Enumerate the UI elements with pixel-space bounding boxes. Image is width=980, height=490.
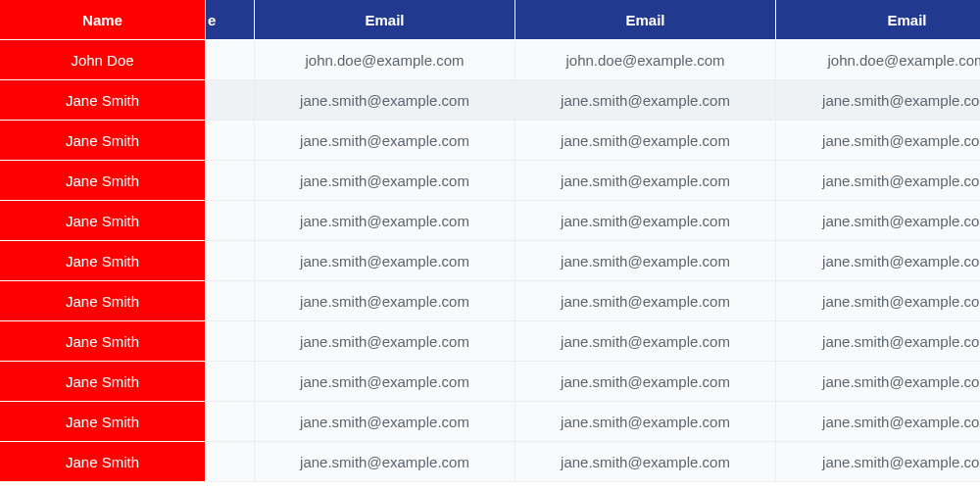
cell-email[interactable]: jane.smith@example.com (776, 121, 980, 161)
table-row[interactable]: Jane Smithjane.smith@example.comjane.smi… (0, 201, 980, 241)
cell-email[interactable]: john.doe@example.com (255, 40, 515, 80)
cell-email[interactable]: jane.smith@example.com (776, 362, 980, 402)
cell-hidden-sliver (206, 80, 255, 121)
cell-email[interactable]: jane.smith@example.com (776, 161, 980, 201)
cell-email[interactable]: jane.smith@example.com (515, 442, 776, 482)
cell-email[interactable]: jane.smith@example.com (515, 402, 776, 442)
cell-email[interactable]: jane.smith@example.com (515, 121, 776, 161)
table-row[interactable]: Jane Smithjane.smith@example.comjane.smi… (0, 80, 980, 121)
cell-email[interactable]: jane.smith@example.com (255, 362, 515, 402)
cell-hidden-sliver (206, 161, 255, 201)
table-row[interactable]: Jane Smithjane.smith@example.comjane.smi… (0, 362, 980, 402)
table-row[interactable]: Jane Smithjane.smith@example.comjane.smi… (0, 121, 980, 161)
cell-name[interactable]: Jane Smith (0, 80, 206, 121)
column-header-hidden-sliver-text: e (206, 12, 216, 28)
cell-name[interactable]: Jane Smith (0, 442, 206, 482)
cell-email[interactable]: jane.smith@example.com (776, 281, 980, 321)
cell-email[interactable]: jane.smith@example.com (515, 362, 776, 402)
cell-email[interactable]: jane.smith@example.com (776, 442, 980, 482)
table-row[interactable]: Jane Smithjane.smith@example.comjane.smi… (0, 321, 980, 362)
cell-hidden-sliver (206, 442, 255, 482)
cell-email[interactable]: jane.smith@example.com (255, 161, 515, 201)
cell-name[interactable]: Jane Smith (0, 161, 206, 201)
cell-email[interactable]: jane.smith@example.com (255, 121, 515, 161)
table-header-row: Name e Email Email Email (0, 0, 980, 40)
cell-email[interactable]: jane.smith@example.com (515, 281, 776, 321)
cell-email[interactable]: jane.smith@example.com (515, 201, 776, 241)
table-row[interactable]: Jane Smithjane.smith@example.comjane.smi… (0, 161, 980, 201)
data-table: Name e Email Email Email John Doejohn.do… (0, 0, 980, 482)
cell-email[interactable]: jane.smith@example.com (255, 442, 515, 482)
cell-email[interactable]: jane.smith@example.com (255, 201, 515, 241)
cell-hidden-sliver (206, 362, 255, 402)
cell-email[interactable]: jane.smith@example.com (776, 201, 980, 241)
table-body: John Doejohn.doe@example.comjohn.doe@exa… (0, 40, 980, 482)
cell-email[interactable]: jane.smith@example.com (515, 161, 776, 201)
column-header-name[interactable]: Name (0, 0, 206, 40)
cell-hidden-sliver (206, 321, 255, 362)
cell-email[interactable]: jane.smith@example.com (255, 80, 515, 121)
cell-hidden-sliver (206, 40, 255, 80)
cell-email[interactable]: jane.smith@example.com (255, 281, 515, 321)
cell-name[interactable]: Jane Smith (0, 201, 206, 241)
cell-hidden-sliver (206, 121, 255, 161)
cell-name[interactable]: Jane Smith (0, 241, 206, 281)
data-table-container[interactable]: Name e Email Email Email John Doejohn.do… (0, 0, 980, 490)
cell-email[interactable]: jane.smith@example.com (776, 80, 980, 121)
cell-name[interactable]: Jane Smith (0, 321, 206, 362)
cell-hidden-sliver (206, 281, 255, 321)
cell-email[interactable]: jane.smith@example.com (776, 321, 980, 362)
cell-email[interactable]: john.doe@example.com (776, 40, 980, 80)
table-row[interactable]: Jane Smithjane.smith@example.comjane.smi… (0, 281, 980, 321)
cell-email[interactable]: jane.smith@example.com (515, 241, 776, 281)
cell-email[interactable]: jane.smith@example.com (515, 321, 776, 362)
cell-email[interactable]: john.doe@example.com (515, 40, 776, 80)
cell-email[interactable]: jane.smith@example.com (255, 402, 515, 442)
table-row[interactable]: Jane Smithjane.smith@example.comjane.smi… (0, 442, 980, 482)
cell-hidden-sliver (206, 241, 255, 281)
table-row[interactable]: John Doejohn.doe@example.comjohn.doe@exa… (0, 40, 980, 80)
cell-email[interactable]: jane.smith@example.com (776, 241, 980, 281)
cell-email[interactable]: jane.smith@example.com (515, 80, 776, 121)
column-header-hidden-sliver[interactable]: e (206, 0, 255, 40)
cell-name[interactable]: Jane Smith (0, 281, 206, 321)
cell-hidden-sliver (206, 201, 255, 241)
table-row[interactable]: Jane Smithjane.smith@example.comjane.smi… (0, 402, 980, 442)
cell-hidden-sliver (206, 402, 255, 442)
cell-email[interactable]: jane.smith@example.com (255, 241, 515, 281)
cell-name[interactable]: Jane Smith (0, 402, 206, 442)
column-header-email-1[interactable]: Email (255, 0, 515, 40)
cell-name[interactable]: Jane Smith (0, 362, 206, 402)
column-header-email-2[interactable]: Email (515, 0, 776, 40)
table-row[interactable]: Jane Smithjane.smith@example.comjane.smi… (0, 241, 980, 281)
cell-email[interactable]: jane.smith@example.com (255, 321, 515, 362)
cell-name[interactable]: John Doe (0, 40, 206, 80)
column-header-email-3[interactable]: Email (776, 0, 980, 40)
cell-email[interactable]: jane.smith@example.com (776, 402, 980, 442)
cell-name[interactable]: Jane Smith (0, 121, 206, 161)
